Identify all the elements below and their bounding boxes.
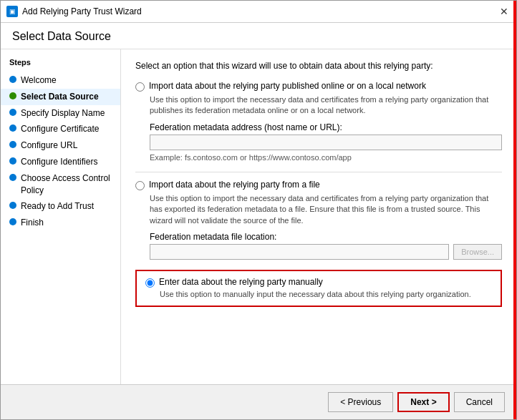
sidebar-item-configure-url[interactable]: Configure URL: [1, 137, 120, 154]
sidebar-item-label: Finish: [21, 217, 112, 229]
wizard-window: ▣ Add Relying Party Trust Wizard ✕ Selec…: [0, 0, 517, 420]
federation-metadata-address-input[interactable]: [150, 135, 502, 150]
option2-label[interactable]: Import data about the relying party from…: [149, 180, 320, 190]
option1-example: Example: fs.contoso.com or https://www.c…: [150, 153, 502, 162]
sidebar-item-label: Specify Display Name: [21, 107, 112, 119]
option3-radio[interactable]: [145, 278, 155, 288]
cancel-button[interactable]: Cancel: [454, 392, 505, 412]
option3-desc: Use this option to manually input the ne…: [160, 289, 492, 300]
option2-field-label: Federation metadata file location:: [150, 232, 502, 242]
option2-group: Import data about the relying party from…: [135, 180, 502, 260]
option2-desc: Use this option to import the necessary …: [150, 193, 502, 226]
sidebar-item-label: Configure Identifiers: [21, 156, 112, 168]
title-bar-left: ▣ Add Relying Party Trust Wizard: [6, 6, 142, 17]
option1-field-row: [150, 135, 502, 150]
previous-button[interactable]: < Previous: [328, 392, 393, 412]
next-button[interactable]: Next >: [397, 392, 449, 412]
sidebar-item-label: Configure Certificate: [21, 123, 112, 135]
content-area: Steps Welcome Select Data Source Specify…: [1, 49, 516, 384]
option1-radio[interactable]: [135, 82, 145, 92]
title-bar-text: Add Relying Party Trust Wizard: [22, 6, 142, 16]
dot-icon: [9, 92, 16, 99]
sidebar-item-label: Welcome: [21, 74, 112, 87]
browse-button[interactable]: Browse...: [453, 244, 502, 260]
sidebar-item-label: Select Data Source: [21, 91, 112, 103]
divider: [135, 172, 502, 172]
dot-icon: [9, 76, 16, 83]
app-icon: ▣: [6, 6, 18, 17]
option1-label[interactable]: Import data about the relying party publ…: [149, 81, 426, 91]
dot-icon: [9, 109, 16, 116]
dot-icon: [9, 141, 16, 148]
title-bar: ▣ Add Relying Party Trust Wizard ✕: [1, 1, 516, 23]
sidebar-item-label: Ready to Add Trust: [21, 200, 112, 213]
dot-icon: [9, 124, 16, 132]
sidebar-item-finish[interactable]: Finish: [1, 215, 120, 231]
option3-row: Enter data about the relying party manua…: [145, 277, 492, 288]
sidebar-item-welcome[interactable]: Welcome: [1, 72, 120, 89]
option1-group: Import data about the relying party publ…: [135, 81, 502, 162]
option1-row: Import data about the relying party publ…: [135, 81, 502, 92]
federation-metadata-file-input[interactable]: [150, 244, 449, 260]
sidebar-item-select-data-source[interactable]: Select Data Source: [1, 89, 120, 105]
sidebar: Steps Welcome Select Data Source Specify…: [1, 49, 121, 384]
option1-field-label: Federation metadata address (host name o…: [150, 122, 502, 132]
option1-desc: Use this option to import the necessary …: [150, 94, 502, 117]
option3-group: Enter data about the relying party manua…: [135, 270, 502, 307]
option2-radio[interactable]: [135, 181, 145, 190]
sidebar-item-configure-certificate[interactable]: Configure Certificate: [1, 121, 120, 137]
sidebar-item-configure-identifiers[interactable]: Configure Identifiers: [1, 154, 120, 170]
sidebar-item-label: Choose Access Control Policy: [21, 172, 112, 197]
dot-icon: [9, 202, 16, 209]
sidebar-item-ready-to-add[interactable]: Ready to Add Trust: [1, 198, 120, 215]
red-accent: [513, 1, 516, 419]
sidebar-section-title: Steps: [1, 58, 120, 72]
option2-field-row: Browse...: [150, 244, 502, 260]
dot-icon: [9, 218, 16, 225]
dot-icon: [9, 174, 16, 181]
dot-icon: [9, 157, 16, 165]
option3-label[interactable]: Enter data about the relying party manua…: [159, 277, 323, 287]
close-button[interactable]: ✕: [498, 5, 511, 18]
main-content: Select an option that this wizard will u…: [121, 49, 516, 384]
option2-row: Import data about the relying party from…: [135, 180, 502, 190]
sidebar-item-choose-access-control[interactable]: Choose Access Control Policy: [1, 170, 120, 199]
page-title: Select Data Source: [1, 23, 516, 49]
sidebar-item-specify-display-name[interactable]: Specify Display Name: [1, 105, 120, 122]
footer: < Previous Next > Cancel: [1, 384, 516, 419]
sidebar-item-label: Configure URL: [21, 140, 112, 152]
main-description: Select an option that this wizard will u…: [135, 61, 502, 71]
